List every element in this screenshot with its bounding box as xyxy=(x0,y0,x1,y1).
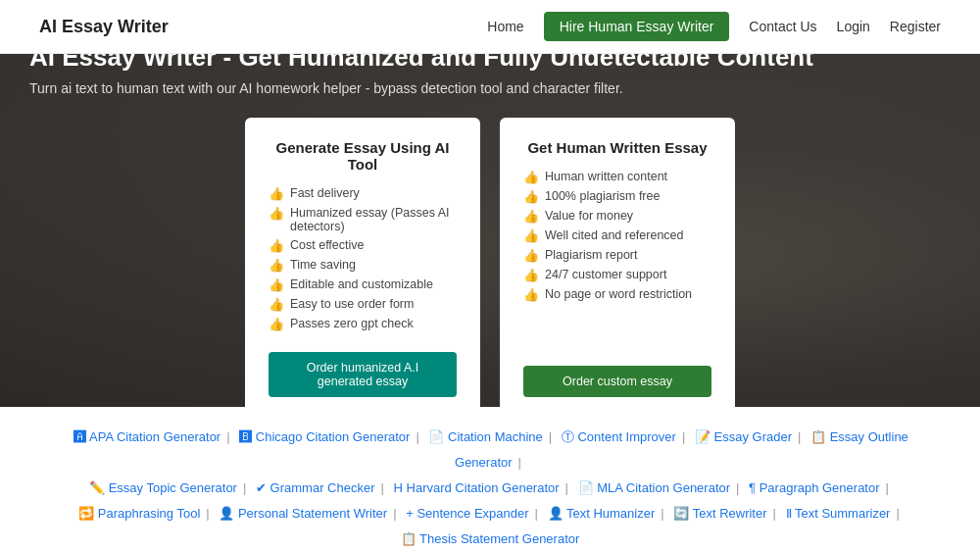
nav-login[interactable]: Login xyxy=(837,19,870,34)
link-topic[interactable]: ✏️ Essay Topic Generator xyxy=(89,480,237,495)
feature-h-6: 👍24/7 customer support xyxy=(523,268,711,282)
feature-hicon-3: 👍 xyxy=(523,209,539,224)
feature-ai-4: 👍Time saving xyxy=(269,258,457,273)
hero-title: AI Essay Writer - Get Humanized and Full… xyxy=(29,54,951,73)
nav-links: Home Hire Human Essay Writer Contact Us … xyxy=(487,12,941,41)
feature-hicon-7: 👍 xyxy=(523,287,539,302)
nav-hire[interactable]: Hire Human Essay Writer xyxy=(544,12,730,41)
link-apa[interactable]: 🅰 APA Citation Generator xyxy=(74,429,220,444)
link-content[interactable]: Ⓣ Content Improver xyxy=(562,429,676,444)
navbar: AI Essay Writer Home Hire Human Essay Wr… xyxy=(0,0,980,54)
feature-h-7: 👍No page or word restriction xyxy=(523,287,711,302)
feature-hicon-2: 👍 xyxy=(523,189,539,204)
link-chicago[interactable]: 🅱 Chicago Citation Generator xyxy=(239,429,410,444)
link-personal[interactable]: 👤 Personal Statement Writer xyxy=(219,506,387,521)
link-paragraph[interactable]: ¶ Paragraph Generator xyxy=(749,480,879,495)
link-grammar[interactable]: ✔ Grammar Checker xyxy=(256,480,375,495)
feature-h-5: 👍Plagiarism report xyxy=(523,248,711,263)
card-ai-title: Generate Essay Using AI Tool xyxy=(269,139,457,173)
feature-h-4: 👍Well cited and referenced xyxy=(523,228,711,243)
feature-ai-6: 👍Easy to use order form xyxy=(269,297,457,312)
card-human-title: Get Human Written Essay xyxy=(523,139,711,156)
feature-icon-6: 👍 xyxy=(269,297,284,312)
link-sentence[interactable]: + Sentence Expander xyxy=(406,506,528,521)
card-human-features: 👍Human written content 👍100% plagiarism … xyxy=(523,170,711,350)
feature-icon-1: 👍 xyxy=(269,186,284,201)
brand-logo: AI Essay Writer xyxy=(39,17,169,37)
feature-ai-5: 👍Editable and customizable xyxy=(269,277,457,292)
hero-subtitle: Turn ai text to human text with our AI h… xyxy=(29,80,951,96)
link-harvard[interactable]: H Harvard Citation Generator xyxy=(394,480,560,495)
link-grader[interactable]: 📝 Essay Grader xyxy=(695,429,792,444)
feature-icon-2: 👍 xyxy=(269,206,284,221)
feature-icon-7: 👍 xyxy=(269,317,284,331)
hero-content: AI Essay Writer - Get Humanized and Full… xyxy=(10,54,970,407)
nav-register[interactable]: Register xyxy=(890,19,941,34)
order-ai-button[interactable]: Order humanized A.I generated essay xyxy=(269,352,457,397)
tool-links-section: 🅰 APA Citation Generator| 🅱 Chicago Cita… xyxy=(0,407,980,552)
feature-h-1: 👍Human written content xyxy=(523,170,711,184)
link-paraphrase[interactable]: 🔁 Paraphrasing Tool xyxy=(78,506,200,521)
feature-icon-3: 👍 xyxy=(269,238,284,253)
feature-ai-1: 👍Fast delivery xyxy=(269,186,457,201)
feature-hicon-6: 👍 xyxy=(523,268,539,282)
card-ai: Generate Essay Using AI Tool 👍Fast deliv… xyxy=(245,118,480,407)
hero-section: AI Essay Writer - Get Humanized and Full… xyxy=(0,54,980,407)
order-human-button[interactable]: Order custom essay xyxy=(523,366,711,397)
link-thesis[interactable]: 📋 Thesis Statement Generator xyxy=(401,531,580,546)
link-humanizer[interactable]: 👤 Text Humanizer xyxy=(548,506,656,521)
nav-home[interactable]: Home xyxy=(487,19,523,34)
feature-icon-4: 👍 xyxy=(269,258,284,273)
feature-hicon-1: 👍 xyxy=(523,170,539,184)
link-citation[interactable]: 📄 Citation Machine xyxy=(428,429,542,444)
card-ai-features: 👍Fast delivery 👍Humanized essay (Passes … xyxy=(269,186,457,336)
link-summarizer[interactable]: Ⅱ Text Summarizer xyxy=(786,506,891,521)
feature-ai-7: 👍Passes zero gpt check xyxy=(269,317,457,331)
link-mla[interactable]: 📄 MLA Citation Generator xyxy=(578,480,730,495)
feature-hicon-5: 👍 xyxy=(523,248,539,263)
feature-icon-5: 👍 xyxy=(269,277,284,292)
nav-contact[interactable]: Contact Us xyxy=(749,19,816,34)
feature-hicon-4: 👍 xyxy=(523,228,539,243)
hero-cards: Generate Essay Using AI Tool 👍Fast deliv… xyxy=(29,118,951,407)
feature-h-2: 👍100% plagiarism free xyxy=(523,189,711,204)
feature-ai-3: 👍Cost effective xyxy=(269,238,457,253)
feature-h-3: 👍Value for money xyxy=(523,209,711,224)
card-human: Get Human Written Essay 👍Human written c… xyxy=(500,118,735,407)
feature-ai-2: 👍Humanized essay (Passes AI detectors) xyxy=(269,206,457,233)
link-rewriter[interactable]: 🔄 Text Rewriter xyxy=(673,506,766,521)
